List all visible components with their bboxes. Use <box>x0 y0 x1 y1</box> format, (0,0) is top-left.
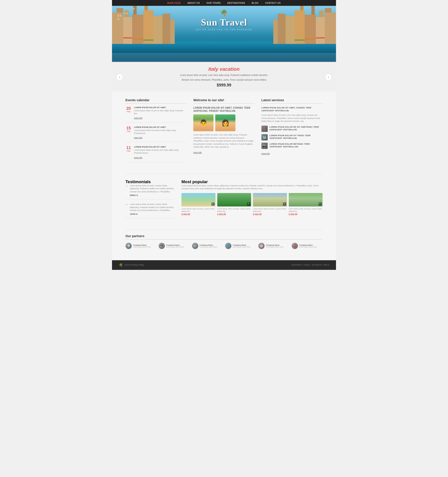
partner-name-6: Company Name <box>299 244 317 246</box>
hero-logo-icon: 🌴 <box>196 9 252 17</box>
nav-main-page[interactable]: MAIN PAGE <box>164 2 184 4</box>
testimonials-title: Testimonials <box>125 179 175 184</box>
quote-mark-2: " <box>125 203 128 215</box>
svg-rect-7 <box>144 6 148 10</box>
svg-rect-29 <box>278 14 286 44</box>
partners-grid: 💎 Company Name Lorem ipsum dolor sit am … <box>125 243 323 249</box>
photo-woman-image: 👩 <box>215 114 235 131</box>
service-item-2: 🗺️ LOREM IPSUM DOLOR SIT TNSEC TEER ADIP… <box>261 134 323 140</box>
services-more[interactable]: more info <box>261 153 270 155</box>
two-column-section: Testimonials " Lorem ipsum dolor sit ame… <box>125 179 323 222</box>
popular-intro: Lorem ipsum dolor sit amet, consec tetue… <box>181 184 323 190</box>
partner-icon-5: 🌸 <box>258 243 264 249</box>
slider-desc2: Aenean non ummy drenauris. Phasellilus. … <box>168 78 280 82</box>
event-item-3: 11 may LOREM IPSUM DOLOR SIT AMET Lorem … <box>125 146 187 162</box>
zoom-icon-1[interactable]: 🔍 <box>211 203 215 206</box>
nav-contact-us[interactable]: CONTACT US <box>262 2 284 4</box>
welcome-body: Lorem ipsum dolor sit amet, conc tetur a… <box>193 133 254 149</box>
popular-image-4[interactable]: 🔍 <box>289 193 323 207</box>
welcome-intro: LOREM IPSUM DOLOR SIT AMET, CONSEC TEER … <box>193 106 254 113</box>
service-text-2: LOREM IPSUM DOLOR SIT TNSEC TEER ADIPISC… <box>269 134 323 140</box>
partner-item-3: ⚙️ Company Name Lorem ipsum dolor sit am <box>192 243 223 249</box>
divider <box>125 173 323 174</box>
event-info-1: LOREM IPSUM DOLOR SIT AMET Lorem ipsum d… <box>134 106 187 119</box>
popular-item-4: 🔍 Lorem ipsum dolor sit amet, consec tet… <box>289 193 323 216</box>
events-title: Events calendar <box>125 98 187 104</box>
svg-rect-28 <box>286 16 295 44</box>
slider-prev-button[interactable]: ‹ <box>116 73 123 81</box>
event-desc-1: Lorem ipsum dolor sit am nc tetur adipi … <box>134 109 187 115</box>
service-item-3: 📷 LOREM IPSUM DOLOR METNSEC TEER ADIPISC… <box>261 143 323 149</box>
service-icon-1: 📍 <box>261 126 268 132</box>
event-desc-3: Lorem ipsum dolor sit amet, conc tetur a… <box>134 149 187 154</box>
navigation: MAIN PAGE ABOUT US OUR TOURS DESTINATION… <box>112 0 336 6</box>
partner-info-1: Company Name Lorem ipsum dolor sit am <box>133 244 151 248</box>
partner-info-5: Company Name Lorem ipsum dolor sit am <box>266 244 284 248</box>
partner-desc-6: Lorem ipsum dolor sit am <box>299 246 317 248</box>
svg-rect-12 <box>120 15 121 17</box>
hero-subtitle: LET US TAKE YOU TO THE PARADISE <box>196 29 252 31</box>
popular-image-3[interactable]: 🔍 <box>253 193 287 207</box>
event-date-2: 15 may <box>125 126 132 139</box>
popular-price-2: $ 666.99 <box>217 213 251 216</box>
testimonial-text-2: Lorem ipsum dolor sit amet, consec tetue… <box>130 203 175 212</box>
svg-rect-27 <box>300 6 304 10</box>
slider-next-button[interactable]: › <box>325 73 332 81</box>
svg-rect-23 <box>319 10 324 17</box>
zoom-icon-4[interactable]: 🔍 <box>318 203 322 206</box>
divider-2 <box>125 230 323 230</box>
zoom-icon-2[interactable]: 🔍 <box>247 203 250 206</box>
popular-price-4: $ 666.99 <box>289 213 323 216</box>
welcome-more[interactable]: more info <box>193 151 202 154</box>
testimonial-author-1: EMMA S. <box>130 194 175 197</box>
testimonial-body-2: Lorem ipsum dolor sit amet, consec tetue… <box>130 203 175 215</box>
nav-our-tours[interactable]: OUR TOURS <box>203 2 224 4</box>
partner-desc-4: Lorem ipsum dolor sit am <box>233 246 251 248</box>
event-date-3: 11 may <box>125 146 132 159</box>
event-more-1[interactable]: more info <box>134 117 143 119</box>
popular-grid: 🔍 Lorem ipsum dolor sit amet, consec tet… <box>181 193 323 216</box>
slider-caption: ‹ Italy vacation Lorem ipsum dolor sit a… <box>112 62 336 92</box>
event-more-2[interactable]: more info <box>134 137 143 139</box>
event-day-1: 20 <box>125 106 132 110</box>
partner-name-3: Company Name <box>200 244 217 246</box>
main-content: Events calendar 20 may LOREM IPSUM DOLOR… <box>112 92 336 260</box>
event-item-2: 15 may LOREM IPSUM DOLOR SIT AMET Lorem … <box>125 126 187 142</box>
svg-rect-0 <box>112 12 123 44</box>
photo-man-image: 👨 <box>193 114 214 131</box>
hero-section: 🌴 Sun Travel LET US TAKE YOU TO THE PARA… <box>112 6 336 62</box>
popular-image-1[interactable]: 🔍 <box>181 193 215 207</box>
photo-man: 👨 <box>193 114 214 131</box>
popular-image-2[interactable]: 🔍 <box>217 193 251 207</box>
popular-title: Most popular <box>181 179 323 184</box>
hero-water <box>112 42 336 62</box>
footer-logo-icon: 🌴 <box>119 263 123 267</box>
water-reflection <box>112 53 336 62</box>
popular-item-1: 🔍 Lorem ipsum dolor sit amet, consec tet… <box>181 193 215 216</box>
nav-about-us[interactable]: ABOUT US <box>184 2 203 4</box>
testimonial-text-1: Lorem ipsum dolor sit amet, consec tetue… <box>130 184 175 193</box>
nav-blog[interactable]: BLOG <box>249 2 262 4</box>
footer-links[interactable]: SUPPORT • FAQS • SITEMAP • HELP <box>291 264 329 266</box>
partners-title: Our partners <box>125 234 323 240</box>
nav-destinations[interactable]: DESTINATIONS <box>224 2 249 4</box>
service-text-1: LOREM IPSUM DOLOR DR SIT AMETNSEC TEER A… <box>269 126 323 131</box>
svg-rect-32 <box>295 39 305 41</box>
event-month-3: may <box>125 150 132 152</box>
partner-info-6: Company Name Lorem ipsum dolor sit am <box>299 244 317 248</box>
event-info-2: LOREM IPSUM DOLOR SIT AMET Lorem ipsum d… <box>134 126 187 139</box>
welcome-photos: 👨 👩 <box>193 114 254 131</box>
event-day-2: 15 <box>125 126 132 130</box>
svg-rect-21 <box>325 8 332 12</box>
partner-desc-5: Lorem ipsum dolor sit am <box>266 246 284 248</box>
svg-rect-19 <box>132 38 143 40</box>
popular-desc-4: Lorem ipsum dolor sit amet, consec tetue… <box>289 208 323 213</box>
event-more-3[interactable]: more info <box>134 156 143 159</box>
partner-name-1: Company Name <box>133 244 151 246</box>
svg-rect-6 <box>143 10 153 44</box>
zoom-icon-3[interactable]: 🔍 <box>283 203 286 206</box>
svg-rect-14 <box>124 12 125 14</box>
partner-desc-1: Lorem ipsum dolor sit am <box>133 246 151 248</box>
svg-rect-15 <box>126 12 128 14</box>
event-info-3: LOREM IPSUM DOLOR SIT AMET Lorem ipsum d… <box>134 146 187 159</box>
